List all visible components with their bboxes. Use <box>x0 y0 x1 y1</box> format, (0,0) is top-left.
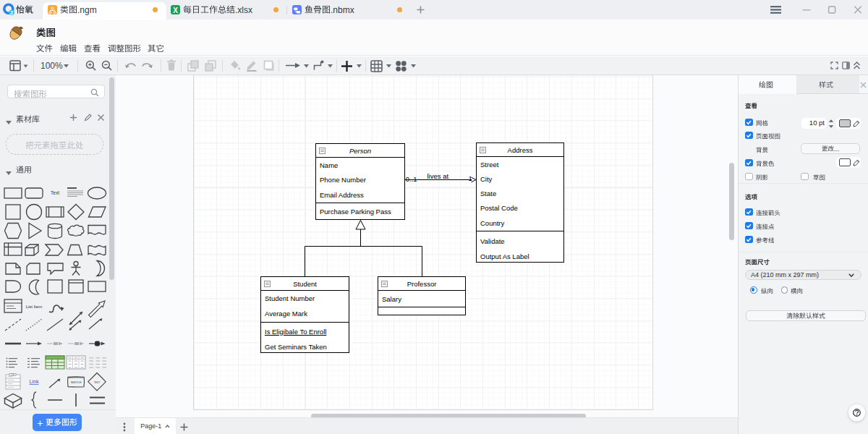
svg-text:List Item: List Item <box>26 305 43 309</box>
svg-text:Text: Text <box>51 190 59 195</box>
svg-text:lives at: lives at <box>427 172 449 180</box>
svg-text:TEXT: TEXT <box>94 381 101 384</box>
svg-text:0..1: 0..1 <box>406 175 417 183</box>
svg-text:X: X <box>173 7 178 14</box>
svg-text:2: 2 <box>10 9 13 16</box>
svg-text:Title: Title <box>11 373 14 376</box>
svg-text:SKETCH: SKETCH <box>71 381 82 384</box>
svg-text:1: 1 <box>469 174 472 182</box>
svg-text:Link: Link <box>30 379 39 384</box>
